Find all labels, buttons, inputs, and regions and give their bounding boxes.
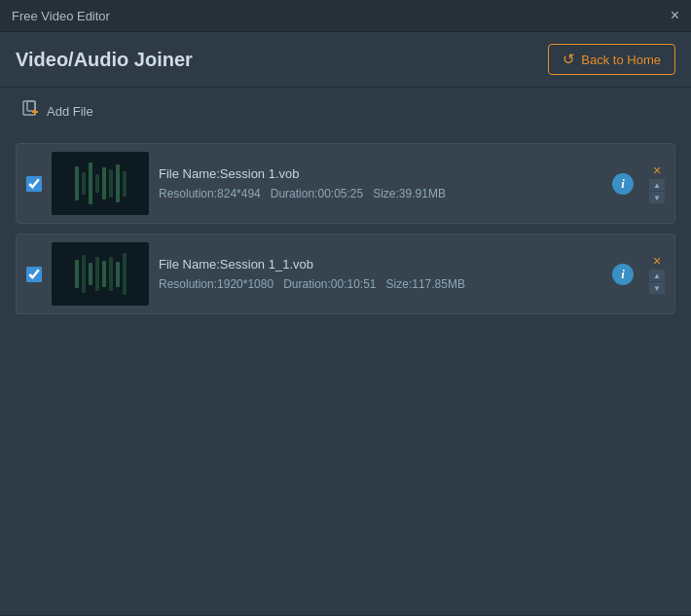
thumb-bar — [95, 174, 99, 194]
remove-file-button-1[interactable]: × — [653, 163, 661, 177]
file-checkbox-1[interactable] — [26, 176, 42, 192]
thumb-bar — [89, 263, 92, 285]
file-actions-2: × ▲ ▼ — [649, 254, 665, 294]
thumb-bar — [109, 169, 113, 198]
back-icon: ↺ — [563, 51, 575, 68]
thumbnail-scene — [52, 152, 149, 215]
file-list: File Name:Session 1.vob Resolution:824*4… — [16, 143, 675, 314]
file-reorder-1: ▲ ▼ — [649, 179, 665, 203]
page-title: Video/Audio Joiner — [16, 49, 193, 71]
thumbnail-scene-2 — [52, 242, 149, 306]
add-file-button[interactable]: Add File — [16, 95, 99, 127]
file-actions-1: × ▲ ▼ — [649, 163, 665, 203]
thumb-bar — [95, 257, 99, 292]
thumb-bar — [102, 261, 106, 287]
file-reorder-2: ▲ ▼ — [649, 270, 665, 294]
thumb-bar — [116, 262, 120, 287]
file-size-2: Size:117.85MB — [386, 277, 465, 291]
title-bar: Free Video Editor × — [0, 0, 691, 32]
file-item: File Name:Session 1.vob Resolution:824*4… — [16, 143, 675, 224]
header: Video/Audio Joiner ↺ Back to Home — [0, 32, 691, 88]
file-duration-2: Duration:00:10:51 — [283, 277, 376, 291]
thumb-bar — [109, 257, 113, 292]
file-info-2: File Name:Session 1_1.vob Resolution:192… — [159, 257, 602, 291]
file-checkbox-2[interactable] — [26, 267, 42, 282]
move-down-button-2[interactable]: ▼ — [649, 282, 665, 294]
file-name-2: File Name:Session 1_1.vob — [159, 257, 602, 272]
file-meta-1: Resolution:824*494 Duration:00:05:25 Siz… — [159, 187, 602, 200]
toolbar: Add File — [0, 88, 691, 135]
back-to-home-button[interactable]: ↺ Back to Home — [548, 44, 675, 75]
file-info-1: File Name:Session 1.vob Resolution:824*4… — [159, 166, 602, 200]
thumb-bar — [102, 167, 106, 199]
file-thumbnail-1 — [52, 152, 149, 215]
app-title: Free Video Editor — [12, 9, 110, 23]
main-content: Add File — [0, 88, 691, 615]
move-up-button-2[interactable]: ▲ — [649, 270, 665, 281]
add-file-label: Add File — [47, 104, 93, 119]
thumb-bar — [82, 255, 86, 293]
file-thumbnail-2 — [52, 242, 149, 306]
back-to-home-label: Back to Home — [581, 53, 661, 67]
thumb-bar — [123, 253, 127, 294]
thumb-bar — [75, 260, 79, 288]
file-resolution-2: Resolution:1920*1080 — [159, 277, 273, 291]
file-resolution-1: Resolution:824*494 — [159, 187, 261, 200]
thumb-bar — [75, 166, 79, 201]
thumb-bar — [116, 164, 120, 202]
file-name-1: File Name:Session 1.vob — [159, 166, 602, 181]
file-list-container: File Name:Session 1.vob Resolution:824*4… — [0, 135, 691, 615]
svg-rect-1 — [27, 101, 35, 111]
file-duration-1: Duration:00:05:25 — [271, 187, 363, 200]
remove-file-button-2[interactable]: × — [653, 254, 661, 268]
thumb-bar — [82, 172, 86, 195]
close-button[interactable]: × — [671, 8, 679, 23]
file-size-1: Size:39.91MB — [373, 187, 446, 200]
thumb-bar — [123, 171, 127, 197]
add-file-icon — [21, 99, 41, 124]
info-button-1[interactable]: i — [612, 173, 634, 195]
file-item: File Name:Session 1_1.vob Resolution:192… — [16, 234, 675, 314]
move-down-button-1[interactable]: ▼ — [649, 192, 665, 203]
thumb-bar — [89, 163, 92, 203]
file-meta-2: Resolution:1920*1080 Duration:00:10:51 S… — [159, 277, 602, 291]
move-up-button-1[interactable]: ▲ — [649, 179, 665, 191]
info-button-2[interactable]: i — [612, 264, 634, 285]
